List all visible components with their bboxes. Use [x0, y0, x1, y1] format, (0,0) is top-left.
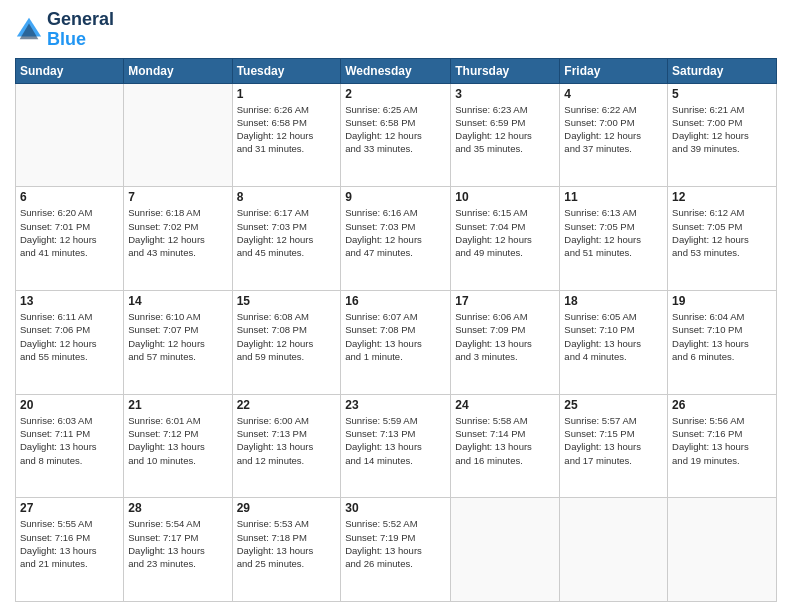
cell-info: Sunrise: 5:54 AM Sunset: 7:17 PM Dayligh… [128, 517, 227, 570]
cell-info: Sunrise: 6:04 AM Sunset: 7:10 PM Dayligh… [672, 310, 772, 363]
cell-info: Sunrise: 6:17 AM Sunset: 7:03 PM Dayligh… [237, 206, 337, 259]
day-number: 13 [20, 294, 119, 308]
calendar-cell: 13Sunrise: 6:11 AM Sunset: 7:06 PM Dayli… [16, 290, 124, 394]
week-row-1: 1Sunrise: 6:26 AM Sunset: 6:58 PM Daylig… [16, 83, 777, 187]
calendar-cell [124, 83, 232, 187]
day-number: 9 [345, 190, 446, 204]
cell-info: Sunrise: 6:10 AM Sunset: 7:07 PM Dayligh… [128, 310, 227, 363]
day-number: 1 [237, 87, 337, 101]
calendar-cell: 29Sunrise: 5:53 AM Sunset: 7:18 PM Dayli… [232, 498, 341, 602]
day-number: 18 [564, 294, 663, 308]
day-number: 17 [455, 294, 555, 308]
cell-info: Sunrise: 6:12 AM Sunset: 7:05 PM Dayligh… [672, 206, 772, 259]
cell-info: Sunrise: 6:18 AM Sunset: 7:02 PM Dayligh… [128, 206, 227, 259]
day-number: 19 [672, 294, 772, 308]
cell-info: Sunrise: 5:59 AM Sunset: 7:13 PM Dayligh… [345, 414, 446, 467]
calendar-cell [668, 498, 777, 602]
calendar-cell: 11Sunrise: 6:13 AM Sunset: 7:05 PM Dayli… [560, 187, 668, 291]
cell-info: Sunrise: 6:05 AM Sunset: 7:10 PM Dayligh… [564, 310, 663, 363]
cell-info: Sunrise: 6:00 AM Sunset: 7:13 PM Dayligh… [237, 414, 337, 467]
cell-info: Sunrise: 6:25 AM Sunset: 6:58 PM Dayligh… [345, 103, 446, 156]
calendar-table: SundayMondayTuesdayWednesdayThursdayFrid… [15, 58, 777, 602]
calendar-cell: 4Sunrise: 6:22 AM Sunset: 7:00 PM Daylig… [560, 83, 668, 187]
cell-info: Sunrise: 6:11 AM Sunset: 7:06 PM Dayligh… [20, 310, 119, 363]
logo-icon [15, 16, 43, 44]
calendar-cell: 28Sunrise: 5:54 AM Sunset: 7:17 PM Dayli… [124, 498, 232, 602]
week-row-4: 20Sunrise: 6:03 AM Sunset: 7:11 PM Dayli… [16, 394, 777, 498]
week-row-3: 13Sunrise: 6:11 AM Sunset: 7:06 PM Dayli… [16, 290, 777, 394]
logo: General Blue [15, 10, 114, 50]
header-sunday: Sunday [16, 58, 124, 83]
calendar-cell: 5Sunrise: 6:21 AM Sunset: 7:00 PM Daylig… [668, 83, 777, 187]
calendar-cell: 12Sunrise: 6:12 AM Sunset: 7:05 PM Dayli… [668, 187, 777, 291]
cell-info: Sunrise: 5:52 AM Sunset: 7:19 PM Dayligh… [345, 517, 446, 570]
calendar-cell: 7Sunrise: 6:18 AM Sunset: 7:02 PM Daylig… [124, 187, 232, 291]
day-number: 6 [20, 190, 119, 204]
calendar-cell [16, 83, 124, 187]
cell-info: Sunrise: 6:01 AM Sunset: 7:12 PM Dayligh… [128, 414, 227, 467]
header-tuesday: Tuesday [232, 58, 341, 83]
calendar-cell: 30Sunrise: 5:52 AM Sunset: 7:19 PM Dayli… [341, 498, 451, 602]
cell-info: Sunrise: 5:55 AM Sunset: 7:16 PM Dayligh… [20, 517, 119, 570]
day-number: 8 [237, 190, 337, 204]
week-row-5: 27Sunrise: 5:55 AM Sunset: 7:16 PM Dayli… [16, 498, 777, 602]
cell-info: Sunrise: 6:16 AM Sunset: 7:03 PM Dayligh… [345, 206, 446, 259]
calendar-cell [451, 498, 560, 602]
calendar-cell: 18Sunrise: 6:05 AM Sunset: 7:10 PM Dayli… [560, 290, 668, 394]
cell-info: Sunrise: 6:26 AM Sunset: 6:58 PM Dayligh… [237, 103, 337, 156]
calendar-cell: 3Sunrise: 6:23 AM Sunset: 6:59 PM Daylig… [451, 83, 560, 187]
day-number: 24 [455, 398, 555, 412]
cell-info: Sunrise: 6:21 AM Sunset: 7:00 PM Dayligh… [672, 103, 772, 156]
day-number: 27 [20, 501, 119, 515]
cell-info: Sunrise: 6:15 AM Sunset: 7:04 PM Dayligh… [455, 206, 555, 259]
calendar-cell: 15Sunrise: 6:08 AM Sunset: 7:08 PM Dayli… [232, 290, 341, 394]
week-row-2: 6Sunrise: 6:20 AM Sunset: 7:01 PM Daylig… [16, 187, 777, 291]
calendar-cell: 27Sunrise: 5:55 AM Sunset: 7:16 PM Dayli… [16, 498, 124, 602]
day-number: 10 [455, 190, 555, 204]
calendar-cell: 24Sunrise: 5:58 AM Sunset: 7:14 PM Dayli… [451, 394, 560, 498]
calendar-cell: 26Sunrise: 5:56 AM Sunset: 7:16 PM Dayli… [668, 394, 777, 498]
day-number: 22 [237, 398, 337, 412]
header: General Blue [15, 10, 777, 50]
header-thursday: Thursday [451, 58, 560, 83]
day-number: 11 [564, 190, 663, 204]
header-row: SundayMondayTuesdayWednesdayThursdayFrid… [16, 58, 777, 83]
cell-info: Sunrise: 6:20 AM Sunset: 7:01 PM Dayligh… [20, 206, 119, 259]
day-number: 3 [455, 87, 555, 101]
calendar-cell: 6Sunrise: 6:20 AM Sunset: 7:01 PM Daylig… [16, 187, 124, 291]
calendar-cell: 19Sunrise: 6:04 AM Sunset: 7:10 PM Dayli… [668, 290, 777, 394]
cell-info: Sunrise: 5:57 AM Sunset: 7:15 PM Dayligh… [564, 414, 663, 467]
cell-info: Sunrise: 6:13 AM Sunset: 7:05 PM Dayligh… [564, 206, 663, 259]
header-monday: Monday [124, 58, 232, 83]
day-number: 28 [128, 501, 227, 515]
cell-info: Sunrise: 6:03 AM Sunset: 7:11 PM Dayligh… [20, 414, 119, 467]
cell-info: Sunrise: 6:23 AM Sunset: 6:59 PM Dayligh… [455, 103, 555, 156]
cell-info: Sunrise: 6:06 AM Sunset: 7:09 PM Dayligh… [455, 310, 555, 363]
cell-info: Sunrise: 5:58 AM Sunset: 7:14 PM Dayligh… [455, 414, 555, 467]
calendar-cell [560, 498, 668, 602]
calendar-cell: 25Sunrise: 5:57 AM Sunset: 7:15 PM Dayli… [560, 394, 668, 498]
day-number: 25 [564, 398, 663, 412]
calendar-cell: 21Sunrise: 6:01 AM Sunset: 7:12 PM Dayli… [124, 394, 232, 498]
calendar-cell: 16Sunrise: 6:07 AM Sunset: 7:08 PM Dayli… [341, 290, 451, 394]
header-saturday: Saturday [668, 58, 777, 83]
cell-info: Sunrise: 5:56 AM Sunset: 7:16 PM Dayligh… [672, 414, 772, 467]
day-number: 29 [237, 501, 337, 515]
day-number: 23 [345, 398, 446, 412]
calendar-cell: 8Sunrise: 6:17 AM Sunset: 7:03 PM Daylig… [232, 187, 341, 291]
day-number: 7 [128, 190, 227, 204]
logo-text-line2: Blue [47, 30, 114, 50]
calendar-cell: 9Sunrise: 6:16 AM Sunset: 7:03 PM Daylig… [341, 187, 451, 291]
calendar-cell: 20Sunrise: 6:03 AM Sunset: 7:11 PM Dayli… [16, 394, 124, 498]
day-number: 30 [345, 501, 446, 515]
logo-text-line1: General [47, 10, 114, 30]
day-number: 12 [672, 190, 772, 204]
day-number: 20 [20, 398, 119, 412]
calendar-page: General Blue SundayMondayTuesdayWednesda… [0, 0, 792, 612]
cell-info: Sunrise: 6:07 AM Sunset: 7:08 PM Dayligh… [345, 310, 446, 363]
calendar-cell: 2Sunrise: 6:25 AM Sunset: 6:58 PM Daylig… [341, 83, 451, 187]
calendar-cell: 10Sunrise: 6:15 AM Sunset: 7:04 PM Dayli… [451, 187, 560, 291]
day-number: 14 [128, 294, 227, 308]
calendar-cell: 17Sunrise: 6:06 AM Sunset: 7:09 PM Dayli… [451, 290, 560, 394]
calendar-cell: 22Sunrise: 6:00 AM Sunset: 7:13 PM Dayli… [232, 394, 341, 498]
